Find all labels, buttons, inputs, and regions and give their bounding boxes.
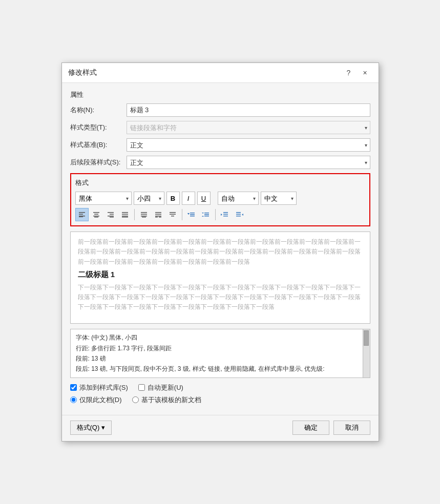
align-thai2-button[interactable]	[166, 208, 179, 221]
follow-style-row: 后续段落样式(S): 正文 ▾	[70, 156, 370, 169]
svg-rect-12	[122, 212, 128, 213]
svg-rect-0	[79, 212, 85, 213]
style-base-select[interactable]: 正文	[127, 138, 370, 152]
svg-rect-2	[79, 216, 85, 217]
svg-rect-4	[93, 212, 99, 213]
line-spacing-up-icon	[187, 211, 196, 218]
align-thai-button[interactable]	[152, 208, 165, 221]
format-label: 格式	[75, 178, 365, 187]
close-button[interactable]: ×	[358, 67, 372, 78]
line-spacing-down-icon	[202, 211, 210, 218]
scroll-thumb	[364, 330, 369, 346]
svg-marker-32	[187, 213, 190, 215]
ok-button[interactable]: 确定	[292, 421, 329, 435]
svg-rect-35	[204, 216, 209, 217]
svg-rect-13	[122, 214, 128, 215]
svg-rect-20	[155, 212, 161, 213]
svg-rect-10	[108, 216, 114, 217]
format-button[interactable]: 格式(Q) ▾	[70, 421, 112, 435]
indent-right-button[interactable]	[233, 208, 246, 221]
add-to-gallery-checkbox[interactable]	[70, 384, 77, 391]
align-right-button[interactable]	[104, 208, 117, 221]
svg-rect-40	[223, 216, 228, 217]
follow-style-label: 后续段落样式(S):	[70, 158, 127, 167]
toolbar-separator2	[182, 209, 182, 220]
svg-marker-45	[242, 214, 243, 216]
svg-rect-24	[159, 217, 161, 218]
color-select[interactable]: 自动	[218, 192, 259, 205]
align-left-button[interactable]	[75, 208, 89, 221]
follow-style-select[interactable]: 正文	[127, 156, 370, 169]
line-spacing-down-button[interactable]	[199, 208, 213, 221]
info-line4: 段后: 13 磅, 与下段同页, 段中不分页, 3 级, 样式: 链接, 使用前…	[76, 364, 365, 374]
size-select[interactable]: 小四	[134, 192, 164, 205]
info-line3: 段前: 13 磅	[76, 353, 365, 364]
title-bar: 修改样式 ? ×	[62, 63, 379, 83]
svg-rect-28	[190, 213, 195, 214]
this-doc-label[interactable]: 仅限此文档(D)	[70, 395, 122, 405]
help-button[interactable]: ?	[342, 67, 356, 78]
italic-button[interactable]: I	[182, 192, 195, 205]
underline-button[interactable]: U	[197, 192, 211, 205]
svg-rect-33	[204, 213, 209, 214]
options-row1: 添加到样式库(S) 自动更新(U)	[70, 383, 370, 392]
style-base-label: 样式基准(B):	[70, 140, 127, 150]
info-scrollbar[interactable]	[363, 329, 370, 377]
svg-rect-43	[236, 214, 241, 215]
name-input[interactable]	[127, 103, 370, 117]
svg-rect-29	[190, 214, 195, 215]
svg-rect-16	[141, 212, 147, 213]
info-box: 字体: (中文) 黑体, 小四 行距: 多倍行距 1.73 字行, 段落间距 段…	[70, 329, 370, 378]
svg-marker-41	[221, 214, 222, 216]
cancel-button[interactable]: 取消	[333, 421, 370, 435]
new-doc-radio[interactable]	[132, 396, 139, 403]
align-center-icon	[93, 211, 100, 218]
this-doc-radio[interactable]	[70, 396, 77, 403]
svg-rect-3	[79, 217, 83, 218]
bold-button[interactable]: B	[166, 192, 180, 205]
auto-update-checkbox[interactable]	[138, 384, 145, 391]
svg-rect-1	[79, 214, 83, 215]
svg-rect-27	[171, 216, 174, 217]
svg-rect-9	[110, 214, 114, 215]
svg-marker-36	[202, 213, 204, 214]
svg-rect-30	[190, 216, 195, 217]
add-to-gallery-label[interactable]: 添加到样式库(S)	[70, 383, 128, 392]
align-dist-button[interactable]	[137, 208, 151, 221]
align-center-button[interactable]	[90, 208, 103, 221]
attributes-label: 属性	[70, 90, 370, 99]
font-select[interactable]: 黑体	[75, 192, 132, 205]
new-doc-label[interactable]: 基于该模板的新文档	[132, 395, 201, 405]
format-toolbar-row1: 黑体 ▾ 小四 ▾ B I U	[75, 192, 365, 205]
svg-rect-44	[236, 216, 241, 217]
title-bar-buttons: ? ×	[342, 67, 372, 78]
svg-rect-15	[122, 217, 128, 218]
style-base-select-wrap: 正文 ▾	[127, 138, 370, 152]
color-select-wrap: 自动 ▾	[218, 192, 259, 205]
style-base-row: 样式基准(B): 正文 ▾	[70, 138, 370, 152]
footer-right: 确定 取消	[292, 421, 370, 435]
align-justify-icon	[121, 211, 129, 218]
style-type-select[interactable]: 链接段落和字符	[127, 121, 370, 134]
style-type-label: 样式类型(T):	[70, 123, 127, 132]
format-section: 格式 黑体 ▾ 小四 ▾ B I	[70, 173, 370, 226]
name-row: 名称(N):	[70, 103, 370, 117]
toolbar-separator3	[215, 209, 216, 220]
svg-rect-6	[93, 216, 99, 217]
auto-update-label[interactable]: 自动更新(U)	[138, 383, 183, 392]
svg-rect-38	[223, 212, 228, 213]
align-justify-button[interactable]	[118, 208, 132, 221]
line-spacing-up-button[interactable]	[185, 208, 198, 221]
toolbar-separator1	[134, 209, 135, 220]
footer-left: 格式(Q) ▾	[70, 421, 292, 435]
svg-rect-5	[94, 214, 98, 215]
svg-marker-37	[202, 216, 204, 217]
lang-select[interactable]: 中文	[261, 192, 297, 205]
align-thai-icon	[155, 211, 162, 218]
info-line2: 行距: 多倍行距 1.73 字行, 段落间距	[76, 343, 365, 353]
svg-rect-8	[108, 212, 114, 213]
indent-left-button[interactable]	[218, 208, 232, 221]
indent-left-icon	[221, 211, 229, 218]
name-label: 名称(N):	[70, 106, 127, 115]
preview-heading: 二级标题 1	[78, 270, 363, 280]
